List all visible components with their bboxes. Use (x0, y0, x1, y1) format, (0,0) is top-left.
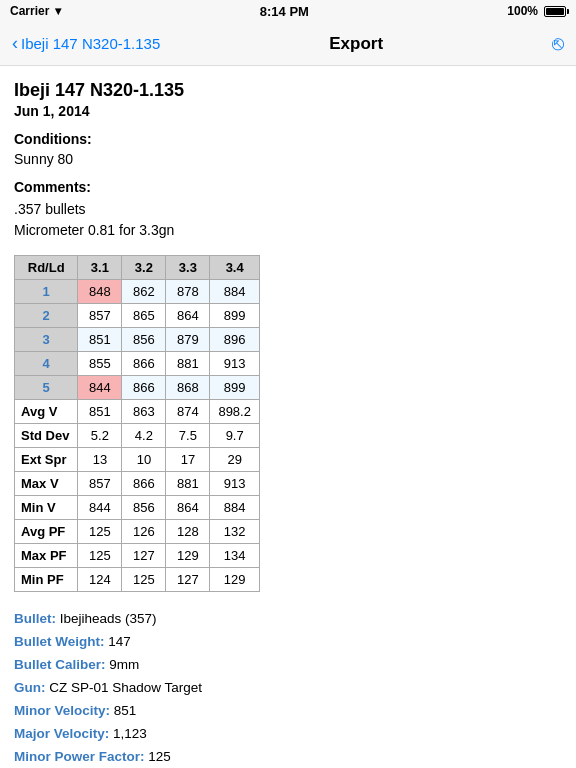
stat-row: Max PF125127129134 (15, 544, 260, 568)
col-header-33: 3.3 (166, 256, 210, 280)
cell: 851 (78, 328, 122, 352)
cell: 865 (122, 304, 166, 328)
major-velocity-row: Major Velocity: 1,123 (14, 723, 562, 746)
bullet-weight-label: Bullet Weight: (14, 634, 105, 649)
stat-value-cell: 29 (210, 448, 260, 472)
share-icon: ⎋ (552, 32, 564, 54)
stat-value-cell: 17 (166, 448, 210, 472)
data-table: Rd/Ld 3.1 3.2 3.3 3.4 184886287888428578… (14, 255, 260, 592)
back-chevron-icon: ‹ (12, 34, 18, 52)
bullet-weight-row: Bullet Weight: 147 (14, 631, 562, 654)
stat-value-cell: 129 (210, 568, 260, 592)
stat-value-cell: 128 (166, 520, 210, 544)
row-label: 3 (15, 328, 78, 352)
stat-label-cell: Max PF (15, 544, 78, 568)
col-header-32: 3.2 (122, 256, 166, 280)
col-header-rdld: Rd/Ld (15, 256, 78, 280)
bullet-caliber-value: 9mm (109, 657, 139, 672)
main-content: Ibeji 147 N320-1.135 Jun 1, 2014 Conditi… (0, 66, 576, 768)
stat-value-cell: 129 (166, 544, 210, 568)
page-title: Ibeji 147 N320-1.135 (14, 80, 562, 101)
gun-value: CZ SP-01 Shadow Target (49, 680, 202, 695)
cell: 868 (166, 376, 210, 400)
col-header-31: 3.1 (78, 256, 122, 280)
cell: 866 (122, 376, 166, 400)
bullet-row: Bullet: Ibejiheads (357) (14, 608, 562, 631)
gun-label: Gun: (14, 680, 46, 695)
table-row: 2857865864899 (15, 304, 260, 328)
stat-value-cell: 881 (166, 472, 210, 496)
comments-text: .357 bullets Micrometer 0.81 for 3.3gn (14, 199, 562, 241)
status-bar: Carrier ▾ 8:14 PM 100% (0, 0, 576, 22)
status-right: 100% (507, 4, 566, 18)
back-button[interactable]: ‹ Ibeji 147 N320-1.135 (12, 35, 160, 52)
stat-value-cell: 874 (166, 400, 210, 424)
cell: 857 (78, 304, 122, 328)
stat-value-cell: 134 (210, 544, 260, 568)
conditions-label: Conditions: (14, 131, 562, 147)
stat-row: Avg V851863874898.2 (15, 400, 260, 424)
stat-value-cell: 127 (122, 544, 166, 568)
stat-value-cell: 126 (122, 520, 166, 544)
cell: 862 (122, 280, 166, 304)
stat-value-cell: 884 (210, 496, 260, 520)
stat-label-cell: Avg PF (15, 520, 78, 544)
stat-value-cell: 857 (78, 472, 122, 496)
stat-value-cell: 9.7 (210, 424, 260, 448)
comments-line1: .357 bullets (14, 201, 86, 217)
battery-label: 100% (507, 4, 538, 18)
minor-velocity-value: 851 (114, 703, 137, 718)
row-label: 4 (15, 352, 78, 376)
row-label: 2 (15, 304, 78, 328)
cell: 864 (166, 304, 210, 328)
cell: 855 (78, 352, 122, 376)
table-row: 4855866881913 (15, 352, 260, 376)
stat-row: Ext Spr13101729 (15, 448, 260, 472)
stat-value-cell: 864 (166, 496, 210, 520)
bullet-weight-value: 147 (108, 634, 131, 649)
table-row: 3851856879896 (15, 328, 260, 352)
minor-velocity-label: Minor Velocity: (14, 703, 110, 718)
stat-label-cell: Std Dev (15, 424, 78, 448)
stat-value-cell: 125 (78, 544, 122, 568)
battery-icon (544, 6, 566, 17)
stat-label-cell: Avg V (15, 400, 78, 424)
share-button[interactable]: ⎋ (552, 32, 564, 55)
cell: 848 (78, 280, 122, 304)
row-label: 1 (15, 280, 78, 304)
carrier-label: Carrier (10, 4, 49, 18)
cell: 881 (166, 352, 210, 376)
stat-value-cell: 127 (166, 568, 210, 592)
stat-row: Std Dev5.24.27.59.7 (15, 424, 260, 448)
table-row: 1848862878884 (15, 280, 260, 304)
status-left: Carrier ▾ (10, 4, 61, 18)
stat-value-cell: 7.5 (166, 424, 210, 448)
stat-value-cell: 898.2 (210, 400, 260, 424)
stat-value-cell: 913 (210, 472, 260, 496)
table-header-row: Rd/Ld 3.1 3.2 3.3 3.4 (15, 256, 260, 280)
stat-label-cell: Ext Spr (15, 448, 78, 472)
info-section: Bullet: Ibejiheads (357) Bullet Weight: … (14, 608, 562, 768)
wifi-icon: ▾ (55, 4, 61, 18)
stat-row: Min V844856864884 (15, 496, 260, 520)
bullet-caliber-row: Bullet Caliber: 9mm (14, 654, 562, 677)
cell: 866 (122, 352, 166, 376)
col-header-34: 3.4 (210, 256, 260, 280)
stat-label-cell: Min PF (15, 568, 78, 592)
stat-value-cell: 866 (122, 472, 166, 496)
stat-value-cell: 125 (122, 568, 166, 592)
bullet-label: Bullet: (14, 611, 56, 626)
stat-row: Min PF124125127129 (15, 568, 260, 592)
stat-value-cell: 132 (210, 520, 260, 544)
major-velocity-value: 1,123 (113, 726, 147, 741)
cell: 896 (210, 328, 260, 352)
row-label: 5 (15, 376, 78, 400)
stat-value-cell: 856 (122, 496, 166, 520)
stat-label-cell: Min V (15, 496, 78, 520)
conditions-value: Sunny 80 (14, 151, 562, 167)
cell: 878 (166, 280, 210, 304)
stat-label-cell: Max V (15, 472, 78, 496)
nav-bar: ‹ Ibeji 147 N320-1.135 Export ⎋ (0, 22, 576, 66)
minor-pf-label: Minor Power Factor: (14, 749, 145, 764)
cell: 913 (210, 352, 260, 376)
